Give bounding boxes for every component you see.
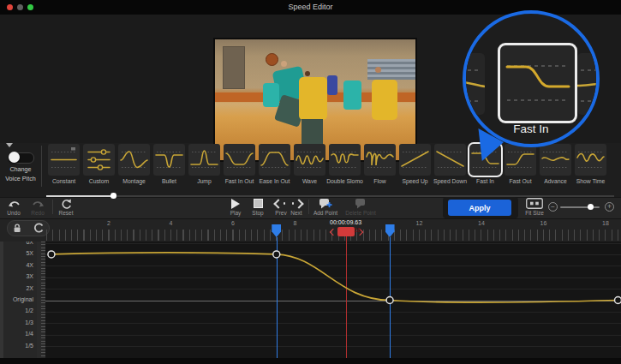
delete-point-button[interactable]: Delete Point bbox=[343, 198, 379, 216]
zoom-slider-thumb[interactable] bbox=[588, 204, 594, 210]
divider bbox=[308, 200, 309, 214]
preset-speed-up[interactable]: Speed Up bbox=[397, 144, 433, 176]
undo-button[interactable]: Undo bbox=[2, 198, 26, 216]
ruler-number: 2 bbox=[102, 220, 116, 226]
preset-montage[interactable]: Montage bbox=[116, 144, 152, 176]
speed-axis-label: 5X bbox=[0, 250, 33, 256]
playhead-timecode: 00:00:09.63 bbox=[312, 219, 380, 225]
fit-size-icon bbox=[525, 198, 544, 209]
preset-thumbnail[interactable] bbox=[48, 144, 80, 176]
preset-double-slomo[interactable]: Double Slomo bbox=[327, 144, 362, 176]
zoom-out-icon[interactable]: − bbox=[548, 202, 558, 212]
voice-pitch-toggle[interactable] bbox=[9, 152, 34, 164]
keyframe-line bbox=[390, 237, 391, 358]
preset-fast-in-out[interactable]: Fast In Out bbox=[222, 144, 257, 176]
gridline bbox=[45, 289, 621, 289]
preset-thumbnail[interactable] bbox=[540, 144, 571, 176]
gridline bbox=[45, 254, 621, 255]
zoom-in-icon[interactable]: + bbox=[605, 202, 614, 212]
preset-thumbnail[interactable] bbox=[259, 144, 290, 176]
next-icon bbox=[286, 198, 307, 209]
preset-ease-in-out[interactable]: Ease In Out bbox=[257, 144, 292, 176]
preset-thumbnail[interactable] bbox=[399, 144, 431, 176]
gridline bbox=[45, 266, 621, 266]
play-button[interactable]: Play bbox=[224, 198, 247, 216]
speed-axis-label: 3X bbox=[0, 273, 33, 279]
preset-thumbnail[interactable] bbox=[294, 144, 325, 176]
speed-editor-window: Speed Editor bbox=[0, 0, 621, 364]
callout-preset-thumbnail bbox=[498, 43, 577, 123]
preset-wave[interactable]: Wave bbox=[292, 144, 327, 176]
gridline bbox=[45, 323, 621, 324]
gridline bbox=[45, 346, 621, 347]
ruler-number: 6 bbox=[226, 220, 240, 226]
preset-jump[interactable]: Jump bbox=[187, 144, 222, 176]
next-button[interactable]: Next bbox=[286, 198, 307, 216]
gridline bbox=[45, 301, 621, 301]
add-point-icon bbox=[310, 198, 341, 209]
preset-thumbnail[interactable] bbox=[329, 144, 361, 176]
speed-curve-plot[interactable] bbox=[45, 242, 621, 358]
preset-thumbnail[interactable] bbox=[505, 144, 536, 176]
ruler-number: 10 bbox=[350, 227, 364, 233]
collapse-panel-icon[interactable] bbox=[6, 143, 13, 147]
gridline bbox=[45, 277, 621, 278]
ruler-number: 4 bbox=[164, 220, 178, 226]
preset-scrollbar-thumb[interactable] bbox=[110, 193, 116, 199]
preset-zoom-callout: Fast In bbox=[463, 10, 600, 147]
toggle-knob bbox=[9, 152, 20, 163]
preset-thumbnail[interactable] bbox=[224, 144, 255, 176]
preset-fast-out[interactable]: Fast Out bbox=[503, 144, 538, 176]
speed-axis: 6X5X4X3X2XOriginal1/21/31/41/5 bbox=[0, 242, 37, 358]
preset-speed-down[interactable]: Speed Down bbox=[433, 144, 468, 176]
preset-show-time[interactable]: Show Time bbox=[573, 144, 608, 176]
preset-custom[interactable]: Custom bbox=[81, 144, 116, 176]
stop-button[interactable]: Stop bbox=[247, 198, 269, 216]
player-figure bbox=[327, 75, 337, 95]
gym-window bbox=[223, 46, 244, 89]
preset-thumbnail[interactable] bbox=[188, 144, 220, 176]
gridline bbox=[45, 243, 621, 244]
keyframe-line bbox=[277, 237, 278, 358]
preset-thumbnail[interactable] bbox=[364, 144, 396, 176]
player-figure bbox=[372, 80, 397, 121]
add-point-button[interactable]: Add Point bbox=[310, 198, 341, 216]
speed-axis-label: Original bbox=[0, 296, 33, 302]
ruler-number: 8 bbox=[289, 220, 302, 226]
lock-icon[interactable] bbox=[13, 221, 21, 236]
preset-thumbnail[interactable] bbox=[118, 144, 150, 176]
loop-icon[interactable] bbox=[33, 221, 44, 236]
redo-button[interactable]: Redo bbox=[26, 198, 50, 216]
reset-button[interactable]: Reset bbox=[53, 198, 79, 216]
player-figure bbox=[281, 61, 287, 67]
preset-thumbnail[interactable] bbox=[83, 144, 115, 176]
zoom-slider-track[interactable] bbox=[560, 206, 600, 208]
play-icon bbox=[224, 198, 247, 209]
speed-axis-label: 1/5 bbox=[0, 343, 33, 349]
ruler-number: 12 bbox=[413, 220, 427, 226]
player-figure bbox=[299, 77, 327, 121]
voice-pitch-label-2: Voice Pitch bbox=[0, 175, 41, 182]
speed-axis-label: 6X bbox=[0, 242, 33, 245]
redo-icon bbox=[26, 198, 50, 209]
gridline bbox=[45, 335, 621, 336]
preset-constant[interactable]: Constant bbox=[46, 144, 81, 176]
preset-thumbnail[interactable] bbox=[575, 144, 606, 176]
voice-pitch-label-1: Change bbox=[0, 165, 41, 173]
ruler-number: 14 bbox=[475, 220, 488, 226]
speed-axis-label: 1/4 bbox=[0, 331, 33, 337]
preset-bullet[interactable]: Bullet bbox=[152, 144, 187, 176]
preset-thumbnail[interactable] bbox=[434, 144, 466, 176]
preset-advance[interactable]: Advance bbox=[538, 144, 573, 176]
stop-icon bbox=[247, 198, 269, 209]
player-figure bbox=[305, 71, 310, 76]
gridline bbox=[45, 312, 621, 313]
apply-button[interactable]: Apply bbox=[448, 200, 511, 216]
ruler-tools bbox=[7, 220, 50, 236]
bottom-bar bbox=[0, 358, 621, 364]
fit-size-button[interactable]: Fit Size bbox=[525, 198, 544, 216]
ruler-number: 16 bbox=[537, 220, 551, 226]
preset-flow[interactable]: Flow bbox=[362, 144, 397, 176]
preset-thumbnail[interactable] bbox=[153, 144, 185, 176]
reset-icon bbox=[53, 198, 79, 209]
